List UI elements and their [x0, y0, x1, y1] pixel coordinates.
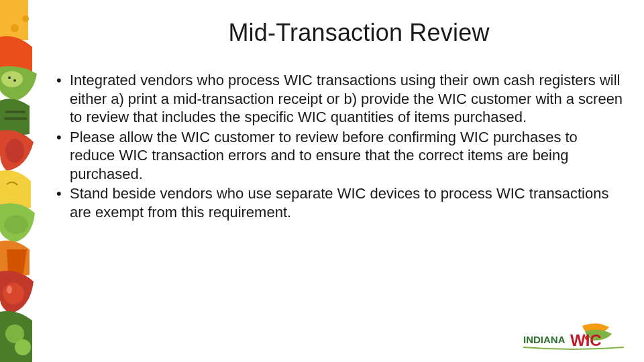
logo-leaf-icon: INDIANA WIC: [523, 322, 624, 350]
bullet-item: Integrated vendors who process WIC trans…: [55, 71, 624, 127]
svg-rect-7: [4, 117, 27, 120]
svg-point-5: [13, 79, 16, 82]
bullet-list: Integrated vendors who process WIC trans…: [54, 71, 624, 221]
svg-point-13: [15, 339, 31, 355]
svg-point-11: [7, 286, 12, 294]
svg-point-10: [3, 283, 24, 304]
indiana-wic-logo: INDIANA WIC: [523, 322, 624, 350]
bullet-item: Please allow the WIC customer to review …: [55, 128, 624, 184]
logo-wic-text: WIC: [570, 331, 602, 349]
bullet-item: Stand beside vendors who use separate WI…: [55, 184, 624, 221]
decorative-food-band: [0, 0, 46, 362]
svg-point-9: [4, 215, 28, 234]
svg-rect-6: [5, 111, 25, 113]
svg-point-8: [5, 139, 24, 163]
svg-point-1: [11, 24, 19, 32]
svg-point-2: [22, 15, 29, 22]
slide-content: Mid-Transaction Review Integrated vendor…: [54, 19, 624, 223]
svg-point-3: [1, 71, 23, 87]
logo-indiana-text: INDIANA: [523, 334, 566, 345]
slide-title: Mid-Transaction Review: [94, 19, 624, 47]
svg-point-4: [8, 76, 11, 79]
